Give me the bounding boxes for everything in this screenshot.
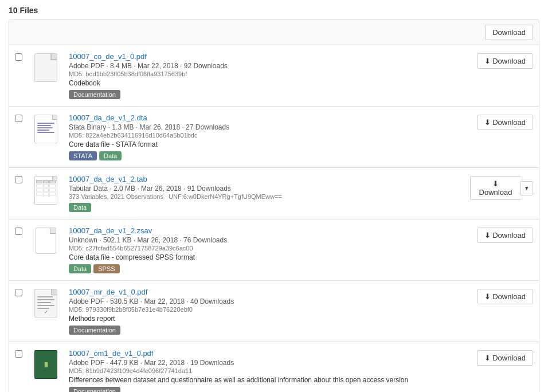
file-tags: Documentation [69, 326, 464, 335]
tag-documentation: Documentation [69, 326, 120, 335]
file-info: 10007_da_de_v1_2.tab Tabular Data · 2.0 … [63, 175, 470, 212]
file-name-link[interactable]: 10007_om1_de_v1_0.pdf [69, 349, 153, 358]
file-thumbnail [29, 52, 63, 82]
file-checkbox-2[interactable] [15, 176, 22, 183]
file-thumbnail [29, 226, 63, 254]
file-name-link[interactable]: 10007_da_de_v1_2.zsav [69, 226, 152, 235]
file-action-col: ⬇ Download [470, 288, 533, 304]
file-tags: DataSPSS [69, 264, 464, 273]
file-md5: MD5: c27fcfad554b65271758729a39c6ac00 [69, 245, 464, 252]
file-md5: MD5: 979330f9b2b8f05b7e31e4b76220ebf0 [69, 306, 464, 313]
file-row: 📗 10007_om1_de_v1_0.pdf Adobe PDF · 447.… [9, 342, 539, 392]
file-checkbox-3[interactable] [15, 228, 22, 235]
file-row: 10007_da_de_v1_2.zsav Unknown · 502.1 KB… [9, 219, 539, 281]
file-info: 10007_co_de_v1_0.pdf Adobe PDF · 8.4 MB … [63, 52, 470, 99]
file-name-link[interactable]: 10007_da_de_v1_2.tab [69, 175, 147, 183]
tag-data: Data [69, 264, 91, 273]
download-main-button[interactable]: ⬇ Download [470, 176, 520, 200]
file-meta: Tabular Data · 2.0 MB · Mar 26, 2018 · 9… [69, 185, 464, 193]
file-description: Differences between dataset and question… [69, 376, 464, 384]
tag-stata: STATA [69, 151, 97, 160]
file-description: Core data file - STATA format [69, 140, 464, 148]
download-all-button[interactable]: Download [485, 25, 533, 40]
file-tags: Documentation [69, 387, 464, 392]
file-action-col: ⬇ Download [470, 113, 533, 130]
file-checkbox-1[interactable] [15, 115, 22, 122]
file-thumbnail: 📗 [29, 349, 63, 379]
file-info: 10007_da_de_v1_2.zsav Unknown · 502.1 KB… [63, 226, 470, 273]
download-caret-button[interactable]: ▾ [520, 181, 533, 195]
file-tags: Data [69, 203, 464, 212]
file-meta: Adobe PDF · 447.9 KB · Mar 22, 2018 · 19… [69, 359, 464, 367]
file-row: 10007_da_de_v1_2.tab Tabular Data · 2.0 … [9, 168, 539, 219]
file-row: ✓ 10007_mr_de_v1_0.pdf Adobe PDF · 530.5… [9, 281, 539, 342]
file-name-link[interactable]: 10007_da_de_v1_2.dta [69, 113, 147, 122]
file-info: 10007_da_de_v1_2.dta Stata Binary · 1.3 … [63, 113, 470, 160]
file-meta: Adobe PDF · 8.4 MB · Mar 22, 2018 · 92 D… [69, 62, 464, 70]
download-button-1[interactable]: ⬇ Download [477, 115, 533, 130]
file-checkbox-col [15, 175, 29, 185]
file-checkbox-col [15, 113, 29, 124]
file-meta: Adobe PDF · 530.5 KB · Mar 22, 2018 · 40… [69, 297, 464, 305]
download-button-5[interactable]: ⬇ Download [477, 350, 533, 366]
file-action-col: ⬇ Download ▾ [470, 175, 533, 200]
file-action-col: ⬇ Download [470, 349, 533, 366]
tag-documentation: Documentation [69, 90, 120, 99]
file-list: Download 10007_co [9, 19, 539, 392]
download-split-button[interactable]: ⬇ Download ▾ [470, 176, 533, 200]
file-checkbox-col [15, 288, 29, 298]
file-row: 10007_da_de_v1_2.dta Stata Binary · 1.3 … [9, 107, 539, 168]
file-md5: 373 Variables, 2021 Observations · UNF:6… [69, 193, 464, 200]
file-name-link[interactable]: 10007_mr_de_v1_0.pdf [69, 288, 147, 296]
tag-data: Data [99, 151, 122, 160]
file-meta: Stata Binary · 1.3 MB · Mar 26, 2018 · 2… [69, 123, 464, 131]
file-name-link[interactable]: 10007_co_de_v1_0.pdf [69, 52, 147, 61]
file-checkbox-col [15, 226, 29, 237]
file-meta: Unknown · 502.1 KB · Mar 26, 2018 · 76 D… [69, 236, 464, 244]
file-tags: STATAData [69, 151, 464, 160]
file-thumbnail: ✓ [29, 288, 63, 317]
file-thumbnail [29, 175, 63, 205]
file-md5: MD5: 822a4eb2b634116916d10d64a5b01bdc [69, 132, 464, 139]
download-button-3[interactable]: ⬇ Download [477, 228, 533, 243]
file-info: 10007_mr_de_v1_0.pdf Adobe PDF · 530.5 K… [63, 288, 470, 335]
file-checkbox-0[interactable] [15, 53, 22, 61]
file-thumbnail [29, 113, 63, 143]
file-md5: MD5: bdd1bb23ff05b38df06ffa93175639bf [69, 70, 464, 77]
files-container: 10007_co_de_v1_0.pdf Adobe PDF · 8.4 MB … [9, 45, 539, 392]
file-description: Methods report [69, 315, 464, 323]
download-button-0[interactable]: ⬇ Download [477, 53, 533, 69]
file-checkbox-4[interactable] [15, 289, 22, 296]
file-tags: Documentation [69, 90, 464, 99]
tag-data: Data [69, 203, 91, 212]
tag-documentation: Documentation [69, 387, 120, 392]
file-row: 10007_co_de_v1_0.pdf Adobe PDF · 8.4 MB … [9, 45, 539, 107]
file-description: Core data file - compressed SPSS format [69, 253, 464, 261]
tag-spss: SPSS [93, 264, 119, 273]
file-action-col: ⬇ Download [470, 52, 533, 69]
file-md5: MD5: 81b9d7423f109c4d4fe096f27741da11 [69, 367, 464, 374]
page-title: 10 Files [9, 6, 539, 15]
file-description: Codebook [69, 79, 464, 87]
file-checkbox-col [15, 349, 29, 359]
file-checkbox-5[interactable] [15, 350, 22, 358]
file-action-col: ⬇ Download [470, 226, 533, 243]
file-checkbox-col [15, 52, 29, 62]
download-button-4[interactable]: ⬇ Download [477, 289, 533, 304]
top-bar: Download [9, 20, 539, 45]
file-info: 10007_om1_de_v1_0.pdf Adobe PDF · 447.9 … [63, 349, 470, 392]
